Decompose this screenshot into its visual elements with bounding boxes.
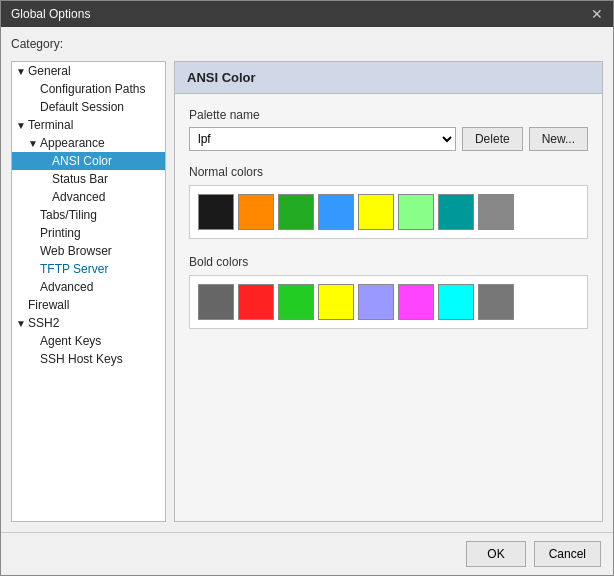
normal-color-swatch-5[interactable]	[398, 194, 434, 230]
close-button[interactable]: ✕	[591, 7, 603, 21]
panel-header: ANSI Color	[175, 62, 602, 94]
category-label: Category:	[11, 37, 603, 51]
sidebar-item-agent-keys[interactable]: Agent Keys	[12, 332, 165, 350]
sidebar-item-general[interactable]: ▼General	[12, 62, 165, 80]
dialog-footer: OK Cancel	[1, 532, 613, 575]
title-bar: Global Options ✕	[1, 1, 613, 27]
bold-color-swatch-4[interactable]	[358, 284, 394, 320]
normal-color-swatch-2[interactable]	[278, 194, 314, 230]
sidebar-item-firewall[interactable]: Firewall	[12, 296, 165, 314]
cancel-button[interactable]: Cancel	[534, 541, 601, 567]
normal-color-swatch-6[interactable]	[438, 194, 474, 230]
normal-color-swatch-7[interactable]	[478, 194, 514, 230]
palette-name-label: Palette name	[189, 108, 588, 122]
bold-color-swatch-3[interactable]	[318, 284, 354, 320]
palette-select[interactable]: lpf	[189, 127, 456, 151]
sidebar-item-status-bar[interactable]: Status Bar	[12, 170, 165, 188]
normal-color-swatch-0[interactable]	[198, 194, 234, 230]
bold-color-swatch-5[interactable]	[398, 284, 434, 320]
sidebar-item-web-browser[interactable]: Web Browser	[12, 242, 165, 260]
main-panel: ANSI Color Palette name lpf Delete New..…	[174, 61, 603, 522]
bold-color-swatch-7[interactable]	[478, 284, 514, 320]
sidebar-item-configuration-paths[interactable]: Configuration Paths	[12, 80, 165, 98]
sidebar-item-appearance[interactable]: ▼Appearance	[12, 134, 165, 152]
bold-color-swatch-6[interactable]	[438, 284, 474, 320]
sidebar-item-tftp-server[interactable]: TFTP Server	[12, 260, 165, 278]
sidebar-item-terminal[interactable]: ▼Terminal	[12, 116, 165, 134]
normal-colors-swatches	[189, 185, 588, 239]
sidebar-item-printing[interactable]: Printing	[12, 224, 165, 242]
global-options-dialog: Global Options ✕ Category: ▼GeneralConfi…	[0, 0, 614, 576]
dialog-title: Global Options	[11, 7, 90, 21]
panel-content: Palette name lpf Delete New... Normal co…	[175, 94, 602, 521]
sidebar-item-advanced-terminal[interactable]: Advanced	[12, 278, 165, 296]
new-button[interactable]: New...	[529, 127, 588, 151]
dialog-body: Category: ▼GeneralConfiguration PathsDef…	[1, 27, 613, 532]
normal-color-swatch-1[interactable]	[238, 194, 274, 230]
delete-button[interactable]: Delete	[462, 127, 523, 151]
palette-row: lpf Delete New...	[189, 127, 588, 151]
sidebar-item-advanced-appearance[interactable]: Advanced	[12, 188, 165, 206]
sidebar-item-default-session[interactable]: Default Session	[12, 98, 165, 116]
bold-colors-swatches	[189, 275, 588, 329]
sidebar-item-ssh2[interactable]: ▼SSH2	[12, 314, 165, 332]
bold-colors-label: Bold colors	[189, 255, 588, 269]
bold-color-swatch-1[interactable]	[238, 284, 274, 320]
normal-colors-label: Normal colors	[189, 165, 588, 179]
bold-color-swatch-2[interactable]	[278, 284, 314, 320]
sidebar-item-tabs-tiling[interactable]: Tabs/Tiling	[12, 206, 165, 224]
normal-color-swatch-3[interactable]	[318, 194, 354, 230]
content-area: ▼GeneralConfiguration PathsDefault Sessi…	[11, 61, 603, 522]
bold-color-swatch-0[interactable]	[198, 284, 234, 320]
sidebar-item-ssh-host-keys[interactable]: SSH Host Keys	[12, 350, 165, 368]
sidebar-item-ansi-color[interactable]: ANSI Color	[12, 152, 165, 170]
ok-button[interactable]: OK	[466, 541, 525, 567]
normal-color-swatch-4[interactable]	[358, 194, 394, 230]
category-tree: ▼GeneralConfiguration PathsDefault Sessi…	[11, 61, 166, 522]
